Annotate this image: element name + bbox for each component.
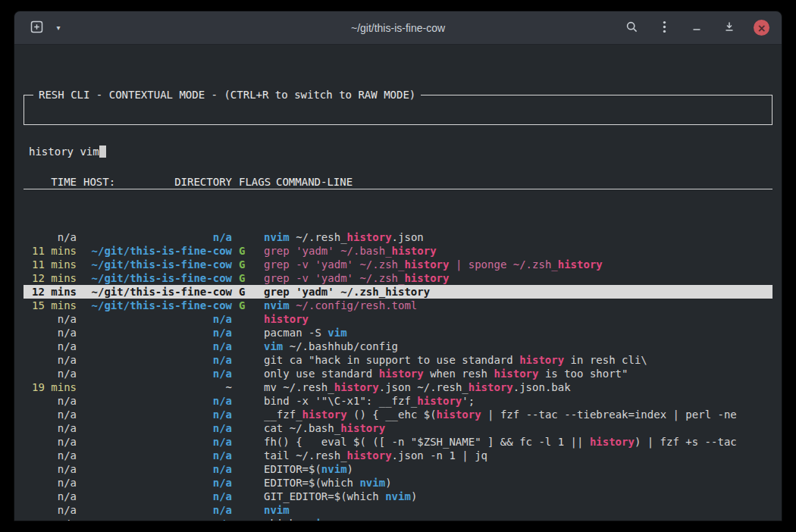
command-text: EDITOR=$( <box>264 463 321 475</box>
command-text: in resh cli\ <box>564 354 647 366</box>
match-history: history <box>334 381 379 393</box>
row-command: tail ~/.resh_history.json -n 1 | jq <box>264 449 772 462</box>
match-history: history <box>392 245 437 257</box>
row-flags <box>239 476 257 490</box>
history-row-selected[interactable]: 12 mins~/git/this-is-fine-cowGgrep 'yadm… <box>24 285 772 299</box>
command-text: .json ~/.resh_ <box>379 381 469 393</box>
row-flags <box>239 394 257 408</box>
history-row[interactable]: n/an/aGIT_EDITOR=$(which nvim) <box>24 490 772 503</box>
restore-button[interactable] <box>721 20 738 36</box>
command-text: GIT_EDITOR=$(which <box>264 490 385 502</box>
command-text: only use standard <box>264 368 379 380</box>
history-row[interactable]: n/an/acat ~/.bash_history <box>24 421 772 435</box>
row-time: n/a <box>24 435 77 449</box>
history-row[interactable]: 12 mins~/git/this-is-fine-cowGgrep -v 'y… <box>24 271 772 285</box>
new-tab-button[interactable] <box>28 20 45 36</box>
history-row[interactable]: n/an/aonly use standard history when res… <box>24 367 772 380</box>
search-button[interactable] <box>623 20 640 36</box>
row-host-directory: n/a <box>83 517 232 521</box>
command-text: is too short" <box>538 368 628 380</box>
match-history: history <box>590 436 635 448</box>
row-time: n/a <box>24 503 77 517</box>
row-command: only use standard history when resh hist… <box>264 367 772 380</box>
match-history: history <box>340 422 385 434</box>
history-row[interactable]: n/an/anvim <box>24 503 772 517</box>
history-row[interactable]: n/an/avim ~/.bashhub/config <box>24 340 772 353</box>
command-text: | fzf --tac --tiebreak=index | perl -ne <box>481 408 737 421</box>
command-text: grep 'yadm' ~/.zsh_ <box>264 286 385 298</box>
row-flags <box>239 230 257 244</box>
row-command: mv ~/.resh_history.json ~/.resh_history.… <box>264 380 772 394</box>
match-history: history <box>437 408 481 421</box>
history-row[interactable]: n/an/anvim ~/.resh_history.json <box>24 230 772 244</box>
search-query-text: history vim <box>29 146 99 158</box>
command-text: ) <box>385 477 391 489</box>
row-host-directory: n/a <box>83 435 232 449</box>
command-text: fh() { eval $( ([ -n "$ZSH_NAME" ] && fc… <box>264 436 590 448</box>
minimize-button[interactable] <box>688 20 705 36</box>
command-text: which <box>264 518 302 521</box>
search-box-title: RESH CLI - CONTEXTUAL MODE - (CTRL+R to … <box>33 88 421 102</box>
row-time: n/a <box>24 490 77 503</box>
match-vim: nvim <box>385 490 411 502</box>
row-command: EDITOR=$(nvim) <box>264 462 772 476</box>
row-command: cat ~/.bash_history <box>264 421 772 435</box>
match-history: history <box>469 381 513 393</box>
history-row[interactable]: n/an/abind -x '"\C-x1": __fzf_history'; <box>24 394 772 408</box>
row-time: n/a <box>24 367 77 380</box>
row-host-directory: ~/git/this-is-fine-cow <box>83 285 232 299</box>
history-row[interactable]: n/an/awhich nvim <box>24 517 772 521</box>
row-time: 11 mins <box>24 258 77 271</box>
row-flags: G <box>239 271 257 285</box>
row-host-directory: ~/git/this-is-fine-cow <box>83 299 232 312</box>
row-command: vim ~/.bashhub/config <box>264 340 772 353</box>
history-row[interactable]: n/an/afh() { eval $( ([ -n "$ZSH_NAME" ]… <box>24 435 772 449</box>
minimize-icon <box>691 21 702 34</box>
command-text: ~/.bashhub/config <box>283 340 398 352</box>
match-vim: nvim <box>321 463 347 475</box>
search-input[interactable]: history vim <box>29 145 767 158</box>
history-row[interactable]: n/an/aEDITOR=$(which nvim) <box>24 476 772 490</box>
tab-dropdown-button[interactable]: ▾ <box>50 20 67 36</box>
row-command: grep -v 'yadm' ~/.zsh_history | sponge ~… <box>264 258 772 271</box>
match-history: history <box>264 313 309 325</box>
row-time: 15 mins <box>24 299 77 312</box>
match-vim: nvim <box>264 299 290 311</box>
history-row[interactable]: n/an/ahistory <box>24 312 772 326</box>
command-text: '; <box>462 395 475 407</box>
row-time: n/a <box>24 462 77 476</box>
row-time: n/a <box>24 449 77 462</box>
row-command: nvim ~/.resh_history.json <box>264 230 772 244</box>
match-history: history <box>404 258 449 271</box>
command-text: pacman -S <box>264 327 327 339</box>
history-row[interactable]: n/an/atail ~/.resh_history.json -n 1 | j… <box>24 449 772 462</box>
row-host-directory: n/a <box>83 503 232 517</box>
command-text: grep -v 'yadm' ~/.zsh_ <box>264 258 404 271</box>
command-text: .json -n 1 | jq <box>392 449 487 462</box>
history-row[interactable]: 11 mins~/git/this-is-fine-cowGgrep 'yadm… <box>24 244 772 258</box>
command-text: when resh <box>424 368 494 380</box>
row-command: grep -v 'yadm' ~/.zsh_history <box>264 271 772 285</box>
row-flags <box>239 408 257 421</box>
row-time: 19 mins <box>24 380 77 394</box>
history-row[interactable]: 11 mins~/git/this-is-fine-cowGgrep -v 'y… <box>24 258 772 271</box>
command-text: bind -x '"\C-x1": __fzf_ <box>264 395 417 407</box>
match-vim: nvim <box>359 477 385 489</box>
text-cursor <box>99 146 106 158</box>
history-row[interactable]: 19 mins~mv ~/.resh_history.json ~/.resh_… <box>24 380 772 394</box>
history-row[interactable]: n/an/apacman -S vim <box>24 326 772 340</box>
row-host-directory: ~/git/this-is-fine-cow <box>83 258 232 271</box>
close-button[interactable]: × <box>754 20 769 36</box>
row-command: nvim ~/.config/resh.toml <box>264 299 772 312</box>
history-row[interactable]: n/an/a__fzf_history () { __ehc $(history… <box>24 408 772 421</box>
row-command: history <box>264 312 772 326</box>
match-history: history <box>404 272 449 284</box>
restore-down-icon <box>724 21 735 34</box>
command-text: __fzf_ <box>264 408 302 421</box>
history-row[interactable]: n/an/agit ca "hack in support to use sta… <box>24 353 772 367</box>
command-text: mv ~/.resh_ <box>264 381 334 393</box>
menu-button[interactable] <box>656 20 672 36</box>
history-row[interactable]: 15 mins~/git/this-is-fine-cowGnvim ~/.co… <box>24 299 772 312</box>
history-row[interactable]: n/an/aEDITOR=$(nvim) <box>24 462 772 476</box>
row-time: n/a <box>24 408 77 421</box>
